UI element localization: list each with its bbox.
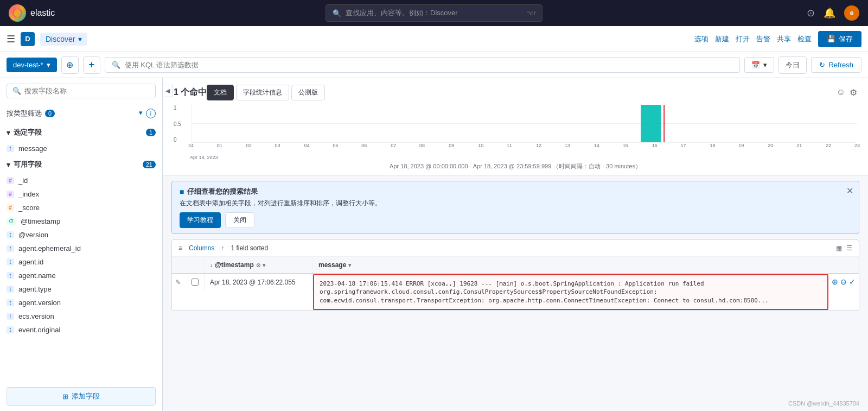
x-label-02: 02: [246, 143, 252, 148]
add-filter-button[interactable]: +: [83, 56, 100, 74]
available-fields-section[interactable]: ▾ 可用字段 21: [0, 155, 162, 174]
chart-container: 1 个命中 文档 字段统计信息 公测版 ☺ ⚙ 1 0.5 0: [163, 78, 868, 175]
row-checkbox[interactable]: [188, 274, 205, 292]
grid-view-icon[interactable]: ▦: [836, 244, 842, 252]
kql-search-bar[interactable]: 🔍: [105, 57, 741, 73]
open-button[interactable]: 打开: [736, 34, 750, 44]
elastic-logo[interactable]: elastic: [9, 4, 55, 22]
columns-button[interactable]: Columns: [189, 244, 214, 252]
field-item-message[interactable]: t message: [0, 142, 162, 155]
field-name: agent.name: [18, 271, 56, 280]
row-timestamp: Apr 18, 2023 @ 17:06:22.055: [205, 274, 313, 290]
toolbar-right: 📅 ▾ 今日 ↻ Refresh: [744, 56, 861, 74]
chevron-down-icon-available: ▾: [7, 161, 10, 169]
field-item-timestamp[interactable]: ⏱ @timestamp: [0, 214, 162, 228]
gear-icon[interactable]: ⚙: [850, 87, 857, 98]
field-item-id[interactable]: # _id: [0, 174, 162, 187]
field-item-score[interactable]: # _score: [0, 201, 162, 214]
today-button[interactable]: 今日: [778, 56, 807, 74]
collapse-row-icon[interactable]: ⊖: [840, 277, 847, 286]
field-item-agent-ephemeral-id[interactable]: t agent.ephemeral_id: [0, 242, 162, 255]
x-label-03: 03: [275, 143, 280, 148]
expand-row-icon[interactable]: ⊕: [832, 277, 838, 286]
refresh-button[interactable]: ↻ Refresh: [811, 57, 861, 73]
close-banner-button[interactable]: 关闭: [225, 212, 254, 228]
field-type-index: #: [7, 191, 14, 198]
sidebar-collapse-button[interactable]: ◀: [163, 85, 173, 97]
index-pattern-button[interactable]: dev-test-* ▾: [7, 58, 57, 72]
message-column-header[interactable]: message ▾: [313, 257, 843, 273]
date-picker-button[interactable]: 📅 ▾: [744, 57, 774, 73]
x-label-15: 15: [623, 143, 628, 148]
row-checkbox-input[interactable]: [192, 279, 199, 286]
main-layout: 🔍 按类型筛选 0 ▾ i ▾ 选定字段 1: [0, 78, 868, 411]
second-nav: ☰ D Discover ▾ 选项 新建 打开 告警 共享 检查 💾 保存: [0, 26, 868, 52]
share-button[interactable]: 共享: [777, 34, 791, 44]
x-label-01: 01: [217, 143, 222, 148]
field-item-index[interactable]: # _index: [0, 187, 162, 201]
field-name-version: @version: [18, 231, 48, 239]
add-field-label: 添加字段: [72, 391, 100, 401]
row-expand-button[interactable]: ✎: [172, 274, 188, 290]
svg-point-0: [13, 9, 22, 17]
selected-fields-section[interactable]: ▾ 选定字段 1: [0, 123, 162, 142]
chevron-down-icon-msg: ▾: [348, 262, 351, 268]
search-icon: 🔍: [112, 61, 120, 69]
tab-documents[interactable]: 文档: [207, 85, 234, 100]
x-label-04: 04: [304, 143, 310, 148]
table-icon: ⊞: [62, 393, 68, 401]
sort-button[interactable]: 1 field sorted: [231, 244, 268, 252]
info-close-button[interactable]: ✕: [846, 186, 853, 196]
add-field-button[interactable]: ⊞ 添加字段: [7, 387, 156, 406]
list-view-icon[interactable]: ☰: [846, 244, 852, 252]
field-item-agent-id[interactable]: t agent.id: [0, 255, 162, 269]
info-banner-actions: 学习教程 关闭: [180, 212, 851, 228]
field-item-version[interactable]: t @version: [0, 228, 162, 242]
settings-face-icon[interactable]: ☺: [837, 87, 845, 98]
kql-input[interactable]: [125, 61, 733, 69]
content-area: ◀ 1 个命中 文档 字段统计信息 公测版 ☺ ⚙ 1: [163, 78, 868, 411]
chart-tabs: 文档 字段统计信息 公测版: [207, 85, 325, 100]
chart-grid: [191, 105, 857, 143]
pin-row-icon[interactable]: ✓: [849, 277, 856, 286]
learn-button[interactable]: 学习教程: [180, 212, 221, 228]
field-name-id: _id: [18, 176, 28, 185]
field-item-event-original[interactable]: t event.original: [0, 323, 162, 337]
x-label-11: 11: [507, 143, 512, 148]
field-item-agent-type[interactable]: t agent.type: [0, 282, 162, 296]
inspect-button[interactable]: 检查: [797, 34, 812, 44]
alert-button[interactable]: 告警: [756, 34, 770, 44]
info-icon[interactable]: i: [146, 109, 156, 118]
x-label-13: 13: [565, 143, 570, 148]
histogram-chart: 1 0.5 0 24 01 02: [174, 105, 857, 154]
field-search-input[interactable]: [24, 87, 150, 95]
field-item-ecs-version[interactable]: t ecs.version: [0, 309, 162, 323]
user-avatar[interactable]: e: [844, 5, 859, 21]
global-search-bar[interactable]: 🔍 查找应用、内容等。例如：Discover ⌥/: [326, 4, 542, 22]
new-button[interactable]: 新建: [715, 34, 729, 44]
timestamp-header-label: @timestamp: [215, 261, 254, 269]
tab-field-statistics[interactable]: 字段统计信息: [236, 85, 289, 100]
x-label-22: 22: [826, 143, 831, 148]
timestamp-column-header[interactable]: ↓ @timestamp ⊙ ▾: [205, 257, 313, 273]
sidebar-field-search[interactable]: 🔍: [0, 78, 162, 104]
chevron-down-icon[interactable]: ▾: [139, 109, 143, 118]
save-button[interactable]: 💾 保存: [818, 31, 861, 47]
field-type-id: #: [7, 177, 14, 184]
field-item-agent-name[interactable]: t agent.name: [0, 269, 162, 282]
filter-by-type-row: 按类型筛选 0 ▾ i: [0, 104, 162, 123]
hamburger-menu[interactable]: ☰: [7, 33, 15, 45]
discover-tab[interactable]: Discover ▾: [40, 33, 87, 46]
options-button[interactable]: 选项: [694, 34, 709, 44]
info-icon: ■: [180, 187, 184, 196]
chart-time-range: Apr 18, 2023 @ 00:00:00.000 - Apr 18, 20…: [174, 160, 857, 175]
tab-beta[interactable]: 公测版: [291, 85, 325, 100]
field-selector-button[interactable]: ⊕: [61, 56, 79, 74]
notification-icon[interactable]: 🔔: [824, 7, 835, 19]
save-icon: 💾: [827, 35, 835, 43]
field-name-score: _score: [18, 204, 40, 212]
filter-label-text: 按类型筛选: [7, 109, 42, 118]
help-icon[interactable]: ⊙: [807, 7, 815, 19]
info-banner-title: ■ 仔细查看您的搜索结果: [180, 187, 851, 197]
field-item-agent-version[interactable]: t agent.version: [0, 296, 162, 309]
